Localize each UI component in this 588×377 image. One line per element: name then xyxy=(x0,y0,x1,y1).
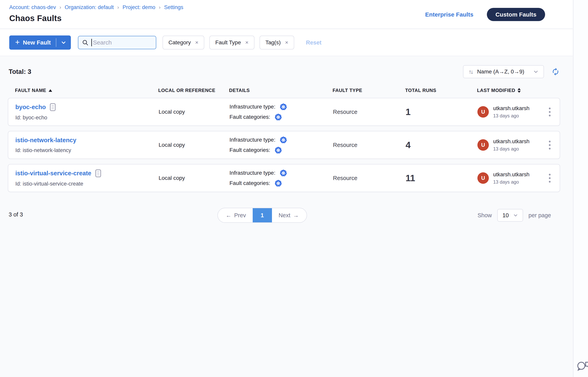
breadcrumb-separator: › xyxy=(59,4,62,11)
column-header-details: DETAILS xyxy=(229,88,333,93)
close-icon[interactable]: × xyxy=(245,40,248,45)
kubernetes-icon xyxy=(280,103,287,110)
filter-chip-category[interactable]: Category × xyxy=(163,36,204,49)
avatar: U xyxy=(477,139,489,151)
kubernetes-icon xyxy=(280,136,287,144)
infrastructure-type-label: Infrastructure type: xyxy=(229,104,275,110)
pagination-summary: 3 of 3 xyxy=(9,211,23,218)
chat-assistant-button[interactable] xyxy=(576,360,588,374)
fault-name-link[interactable]: byoc-echo xyxy=(15,104,46,111)
row-menu-button[interactable] xyxy=(547,172,553,185)
local-or-reference-value: Local copy xyxy=(158,175,229,181)
search-box xyxy=(78,36,156,49)
modified-by: utkarsh.utkarsh xyxy=(493,139,530,145)
modified-date: 13 days ago xyxy=(493,113,530,118)
fault-type-value: Resource xyxy=(333,109,406,115)
chevron-down-icon xyxy=(513,213,518,218)
local-or-reference-value: Local copy xyxy=(158,142,229,148)
fault-categories-label: Fault categories: xyxy=(229,114,270,120)
chevron-down-icon xyxy=(533,69,538,74)
fault-id: Id: byoc-echo xyxy=(15,115,158,121)
enterprise-faults-link[interactable]: Enterprise Faults xyxy=(425,11,474,18)
kubernetes-icon xyxy=(280,169,287,177)
plus-icon: + xyxy=(15,38,20,46)
fault-id: Id: istio-virtual-service-create xyxy=(15,181,158,187)
filter-chip-tags[interactable]: Tag(s) × xyxy=(260,36,294,49)
kubernetes-icon xyxy=(274,113,282,121)
fault-categories-label: Fault categories: xyxy=(229,147,270,153)
total-count: Total: 3 xyxy=(9,68,31,75)
kubernetes-icon xyxy=(274,146,282,154)
manifest-document-icon[interactable] xyxy=(95,169,101,177)
avatar: U xyxy=(477,172,489,184)
refresh-icon xyxy=(551,68,560,76)
sort-arrows-icon: ↑↓ xyxy=(469,69,473,75)
page-number-button[interactable]: 1 xyxy=(253,208,272,222)
breadcrumb-project-link[interactable]: Project: demo xyxy=(123,4,156,11)
breadcrumb-settings-link[interactable]: Settings xyxy=(164,4,183,11)
breadcrumb-organization-link[interactable]: Organization: default xyxy=(65,4,114,11)
manifest-document-icon[interactable] xyxy=(50,103,56,111)
fault-name-link[interactable]: istio-network-latency xyxy=(15,137,76,144)
row-menu-button[interactable] xyxy=(547,139,553,152)
sort-dropdown[interactable]: ↑↓ Name (A→Z, 0→9) xyxy=(463,65,544,78)
sort-both-icon xyxy=(518,88,521,93)
prev-page-button[interactable]: ← Prev xyxy=(218,208,253,222)
close-icon[interactable]: × xyxy=(195,40,198,45)
arrow-left-icon: ← xyxy=(226,212,231,219)
right-rail xyxy=(573,0,588,377)
sort-dropdown-value: Name (A→Z, 0→9) xyxy=(477,69,524,75)
sort-ascending-icon xyxy=(49,89,52,92)
page-size-dropdown[interactable]: 10 xyxy=(497,209,523,222)
total-runs-value: 1 xyxy=(406,106,477,117)
avatar: U xyxy=(477,106,489,118)
filter-chip-fault-type[interactable]: Fault Type × xyxy=(209,36,254,49)
search-input[interactable] xyxy=(93,39,152,46)
breadcrumb-account-link[interactable]: Account: chaos-dev xyxy=(9,4,56,11)
column-header-total-runs: TOTAL RUNS xyxy=(405,88,477,93)
filter-chip-label: Fault Type xyxy=(215,39,241,46)
fault-type-value: Resource xyxy=(333,142,406,148)
filter-chip-label: Category xyxy=(169,39,191,46)
chat-bubbles-icon xyxy=(576,360,588,373)
text-caret xyxy=(91,39,92,46)
column-header-local-or-reference: LOCAL OR REFERENCE xyxy=(158,88,229,93)
next-page-button[interactable]: Next → xyxy=(272,208,307,222)
column-header-fault-type: FAULT TYPE xyxy=(333,88,405,93)
kubernetes-icon xyxy=(274,179,282,187)
fault-name-link[interactable]: istio-virtual-service-create xyxy=(15,170,91,177)
fault-row: istio-virtual-service-create Id: istio-v… xyxy=(8,164,560,192)
row-menu-button[interactable] xyxy=(547,106,553,118)
per-page-label: per page xyxy=(529,212,551,219)
column-header-last-modified[interactable]: LAST MODIFIED xyxy=(477,88,539,93)
local-or-reference-value: Local copy xyxy=(158,109,229,115)
infrastructure-type-label: Infrastructure type: xyxy=(229,137,275,143)
column-header-fault-name[interactable]: FAULT NAME xyxy=(15,88,158,93)
fault-categories-label: Fault categories: xyxy=(229,180,270,186)
modified-by: utkarsh.utkarsh xyxy=(493,172,530,178)
toolbar: + New Fault Category × Fault Type × Tag(… xyxy=(0,29,573,56)
close-icon[interactable]: × xyxy=(285,40,288,45)
modified-date: 13 days ago xyxy=(493,146,530,152)
new-fault-label: New Fault xyxy=(23,39,51,46)
custom-faults-button[interactable]: Custom Faults xyxy=(487,8,545,21)
reset-filters-button[interactable]: Reset xyxy=(306,39,322,46)
page-header: Account: chaos-dev › Organization: defau… xyxy=(0,0,573,29)
fault-row: istio-network-latency Id: istio-network-… xyxy=(8,131,560,159)
search-icon xyxy=(82,39,89,46)
arrow-right-icon: → xyxy=(293,212,299,219)
chevron-down-icon xyxy=(61,40,66,45)
new-fault-button[interactable]: + New Fault xyxy=(9,35,71,50)
fault-type-value: Resource xyxy=(333,175,406,181)
infrastructure-type-label: Infrastructure type: xyxy=(229,170,275,176)
new-fault-dropdown-toggle[interactable] xyxy=(56,40,71,45)
refresh-button[interactable] xyxy=(551,68,560,76)
table-header-row: FAULT NAME LOCAL OR REFERENCE DETAILS FA… xyxy=(8,85,560,96)
total-runs-value: 11 xyxy=(406,173,477,183)
filter-chip-label: Tag(s) xyxy=(265,39,281,46)
modified-by: utkarsh.utkarsh xyxy=(493,105,530,111)
pagination: 3 of 3 ← Prev 1 Next → Show 10 per page xyxy=(0,208,573,224)
modified-date: 13 days ago xyxy=(493,179,530,185)
breadcrumb-separator: › xyxy=(117,4,119,11)
fault-id: Id: istio-network-latency xyxy=(15,147,158,153)
